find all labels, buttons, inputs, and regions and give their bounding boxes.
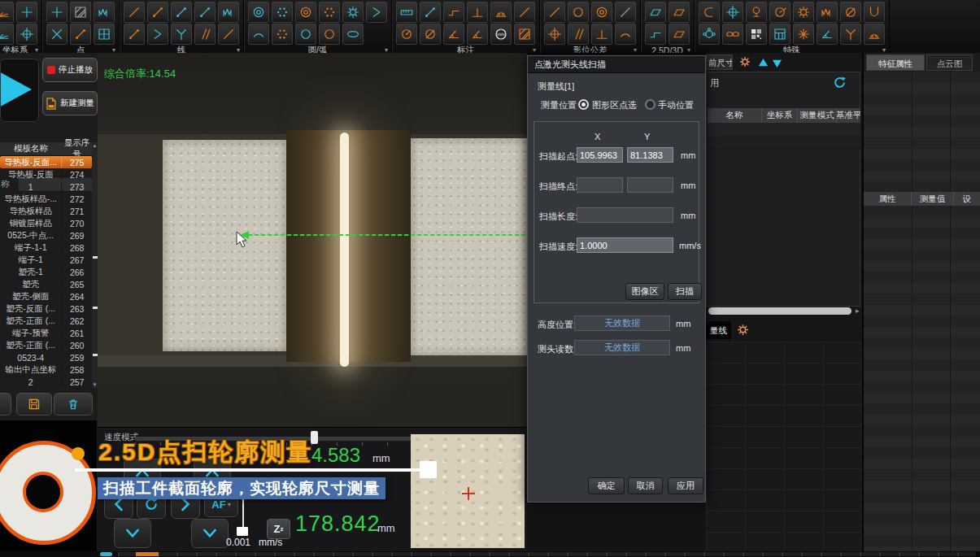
arc-points-icon[interactable]	[272, 24, 293, 45]
special-comb-icon[interactable]	[817, 2, 838, 23]
line-free-icon[interactable]	[218, 24, 239, 45]
chevron-down-icon[interactable]: ▾	[533, 46, 536, 54]
template-row[interactable]: 塑壳-正面 (...262	[0, 315, 92, 327]
template-row[interactable]: 端子-1-1268	[0, 242, 92, 254]
scan-start-y-input[interactable]	[627, 147, 673, 163]
dim-oblique-icon[interactable]	[514, 2, 535, 23]
radio-graphic-area[interactable]	[578, 99, 589, 110]
line-probe-icon[interactable]	[171, 24, 192, 45]
point-construct-icon[interactable]	[46, 2, 68, 23]
table-row[interactable]	[708, 123, 860, 137]
scan-speed-input[interactable]	[577, 237, 673, 253]
chevron-down-icon[interactable]: ▾	[634, 46, 637, 54]
circle-3point-icon[interactable]	[319, 24, 340, 45]
axes-translate-icon[interactable]	[0, 24, 14, 45]
dim-width-icon[interactable]	[443, 2, 464, 23]
profile-graph-area[interactable]	[706, 342, 862, 551]
point-center-icon[interactable]	[94, 24, 115, 45]
axes-align-icon[interactable]	[16, 24, 37, 45]
line-scan-icon[interactable]	[147, 2, 168, 23]
point-surface-icon[interactable]	[70, 2, 91, 23]
z-speed-slider-handle[interactable]	[237, 527, 248, 536]
jog-down-button[interactable]	[114, 519, 151, 548]
image-area-button[interactable]: 图像区	[625, 283, 664, 300]
line-profile-icon[interactable]	[218, 2, 239, 23]
apply-button[interactable]: 应用	[668, 477, 703, 494]
plane-flatness-icon[interactable]	[645, 2, 666, 23]
origin-point-icon[interactable]	[16, 2, 37, 23]
current-dimension-tab[interactable]: 前尺寸	[706, 54, 733, 70]
scan-button[interactable]: 扫描	[668, 283, 702, 300]
table-row[interactable]	[708, 136, 860, 150]
tol-position-icon[interactable]	[544, 24, 565, 45]
line-vertex-icon[interactable]	[147, 24, 168, 45]
timeline-marker[interactable]	[100, 552, 112, 556]
template-row[interactable]: 1273	[0, 181, 92, 193]
circle-2point-icon[interactable]	[295, 24, 316, 45]
scan-length-input[interactable]	[577, 207, 673, 223]
measure-line-tab[interactable]: 量线	[706, 321, 731, 339]
dim-radius-icon[interactable]	[396, 24, 417, 45]
clipped-button[interactable]	[0, 393, 11, 416]
tol-concentricity-icon[interactable]	[591, 2, 612, 23]
circle-vee-icon[interactable]	[366, 2, 387, 23]
special-cshape-icon[interactable]	[699, 2, 720, 23]
settings-gear-icon[interactable]	[738, 55, 751, 72]
scroll-right-icon[interactable]: ▸	[856, 307, 860, 315]
special-balloon-icon[interactable]	[746, 2, 767, 23]
dim-mm-icon[interactable]: mm	[490, 24, 512, 45]
special-locate-icon[interactable]	[722, 2, 743, 23]
template-list-scrollbar[interactable]: ▲ ▼	[92, 142, 98, 388]
template-row[interactable]: 端子-预警261	[0, 327, 92, 339]
dim-distance-icon[interactable]	[396, 2, 417, 23]
special-branch-icon[interactable]	[840, 24, 861, 45]
template-row[interactable]: 0523-4259	[0, 351, 92, 363]
new-measurement-button[interactable]: 新建测量	[42, 91, 98, 115]
dim-angle2-icon[interactable]	[467, 24, 488, 45]
template-row[interactable]: 铜镀层样品270	[0, 217, 92, 229]
save-template-button[interactable]	[16, 393, 52, 416]
dim-multi-icon[interactable]	[490, 2, 512, 23]
circle-fit-icon[interactable]	[248, 2, 269, 23]
timeline-track[interactable]	[118, 552, 976, 556]
radio-manual-label[interactable]: 手动位置	[658, 99, 694, 111]
dim-height-icon[interactable]	[467, 2, 488, 23]
special-rotate-icon[interactable]	[769, 2, 791, 23]
template-row[interactable]: 0525-中点...269	[0, 229, 92, 242]
tol-runout-icon[interactable]	[615, 2, 636, 23]
template-row[interactable]: 塑壳-侧面264	[0, 290, 92, 302]
template-row[interactable]: 导热板样品271	[0, 205, 92, 217]
play-button[interactable]	[0, 59, 39, 122]
refresh-icon[interactable]	[833, 76, 847, 93]
special-dome-icon[interactable]	[864, 24, 885, 45]
ellipse-icon[interactable]	[342, 24, 364, 45]
tol-straightness-icon[interactable]	[544, 2, 565, 23]
radio-graphic-label[interactable]: 图形区点选	[592, 99, 637, 111]
tab-feature-properties[interactable]: 特征属性	[866, 54, 925, 71]
move-down-icon[interactable]	[772, 57, 782, 72]
template-row[interactable]: 导热板-反面274	[0, 168, 92, 181]
special-puzzle-icon[interactable]	[699, 24, 720, 45]
scan-start-x-input[interactable]	[577, 147, 623, 163]
tol-roundness-icon[interactable]	[568, 2, 589, 23]
template-row[interactable]: 塑壳-1266	[0, 266, 92, 278]
template-row[interactable]: 塑壳-反面 (...263	[0, 302, 92, 315]
dim-area-icon[interactable]	[514, 24, 535, 45]
tab-point-cloud[interactable]: 点云图	[926, 54, 973, 71]
jog-down-fast-button[interactable]	[191, 519, 229, 548]
template-row[interactable]: 端子-1267	[0, 254, 92, 266]
special-chain-icon[interactable]	[722, 24, 743, 45]
template-row[interactable]: 塑壳-正面 (...260	[0, 339, 92, 351]
template-row[interactable]: 塑壳265	[0, 278, 92, 290]
dim-angle-icon[interactable]	[443, 24, 464, 45]
circle-grid-icon[interactable]	[319, 2, 340, 23]
plane-3d-icon[interactable]	[669, 24, 690, 45]
line-parallel-icon[interactable]	[194, 24, 216, 45]
coordinate-axes-icon[interactable]	[0, 2, 14, 23]
template-row[interactable]: 2257	[0, 376, 92, 388]
delete-template-button[interactable]	[54, 393, 93, 416]
horizontal-scrollbar[interactable]	[708, 307, 852, 315]
circle-points-icon[interactable]	[272, 2, 293, 23]
section-scan-icon[interactable]	[645, 24, 666, 45]
dialog-title[interactable]: 点激光测头线扫描	[528, 56, 705, 73]
